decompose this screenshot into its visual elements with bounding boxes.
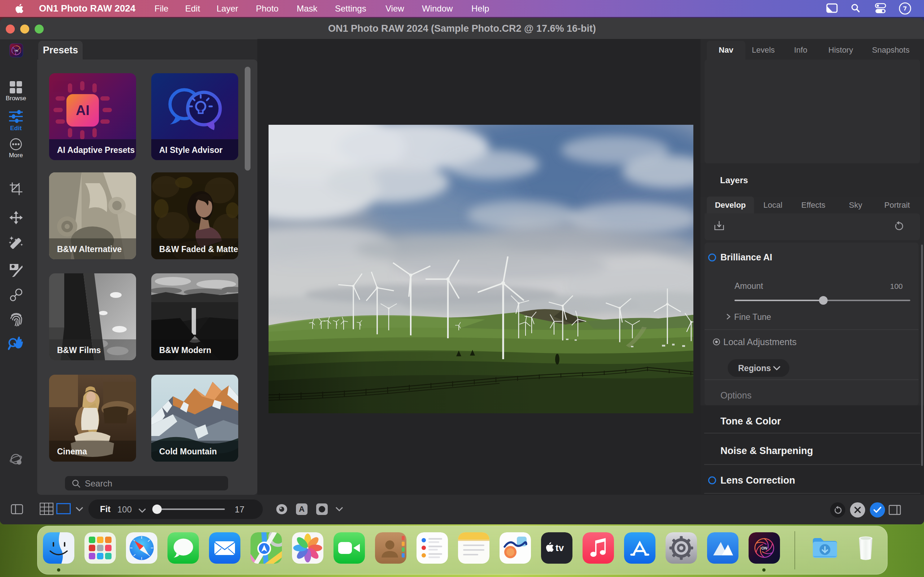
svg-text:ON: ON xyxy=(761,546,767,550)
svg-text:B&W Alternative: B&W Alternative xyxy=(57,245,122,254)
svg-text:ON: ON xyxy=(15,49,18,52)
svg-text:Cold Mountain: Cold Mountain xyxy=(159,447,217,456)
svg-text:B&W Faded & Matte: B&W Faded & Matte xyxy=(159,245,238,254)
svg-text:AI: AI xyxy=(76,103,89,118)
svg-text:tv: tv xyxy=(556,542,564,553)
svg-text:Cinema: Cinema xyxy=(57,447,87,456)
svg-text:AI Style Advisor: AI Style Advisor xyxy=(159,145,223,155)
svg-text:AI Adaptive Presets: AI Adaptive Presets xyxy=(57,145,135,155)
svg-text:B&W Modern: B&W Modern xyxy=(159,345,211,355)
svg-text:B&W Films: B&W Films xyxy=(57,345,101,355)
